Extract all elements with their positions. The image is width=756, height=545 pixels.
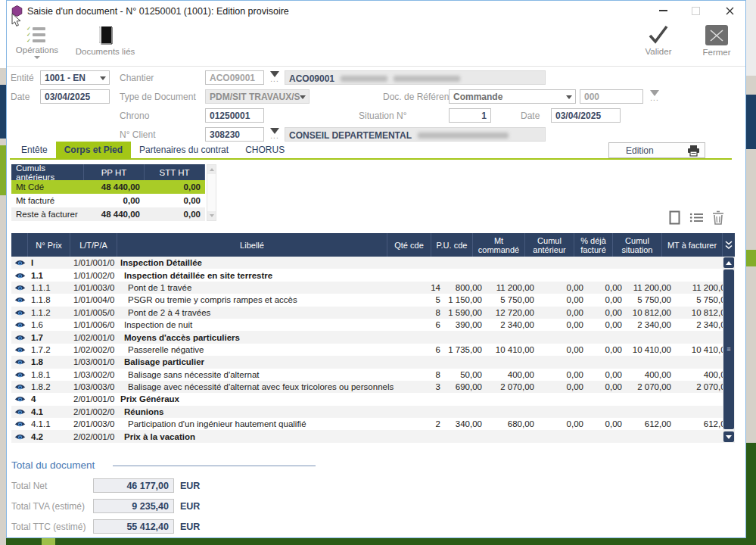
table-row[interactable]: 4.12/01/002/0Réunions (11, 406, 735, 418)
chantier-lookup-icon[interactable]: ... (268, 71, 282, 86)
cell-cs: 612,00 (625, 418, 674, 430)
entite-combo[interactable]: 1001 - EN (40, 70, 110, 85)
grid-header-ltpa[interactable]: L/T/P/A (70, 233, 117, 257)
doc-reference-label: Doc. de Référence (383, 92, 459, 102)
table-row[interactable]: 4.1.12/01/003/0Participation d'un ingéni… (11, 418, 735, 430)
scroll-up-icon[interactable] (207, 165, 216, 174)
grid-header-eye[interactable] (11, 233, 28, 257)
situation-label: Situation N° (359, 111, 407, 121)
chantier-display: ACO09001 (285, 70, 546, 85)
table-row[interactable]: 1.11/01/002/0Inspection détaillée en sit… (11, 269, 735, 281)
cell-cs: 5 750,00 (625, 294, 674, 306)
doc-reference-lookup-icon[interactable]: ... (648, 90, 661, 105)
table-row[interactable]: 1.7.21/02/002/0Passerelle négative61 735… (11, 344, 735, 356)
cell-ltpa: 2/01/003/0 (70, 418, 117, 430)
table-row[interactable]: 1.1.81/01/004/0PSGR ou tremie y compris … (11, 294, 735, 306)
cumuls-scrollbar[interactable] (207, 164, 216, 221)
date-input[interactable]: 03/04/2025 (40, 89, 110, 104)
grid-header-mt-commande[interactable]: Mt commandé (473, 233, 525, 257)
cell-qte: 6 (400, 344, 443, 356)
table-row[interactable]: 42/01/001/0Prix Généraux (11, 393, 735, 405)
cell-pct (586, 406, 625, 418)
cell-cs (625, 406, 674, 418)
doc-reference-num-input[interactable]: 000 (580, 89, 643, 104)
situation-input[interactable]: 1 (449, 108, 491, 123)
table-row[interactable]: 1.1.11/01/003/0Pont de 1 travée14800,001… (11, 282, 735, 294)
maximize-button[interactable] (683, 1, 708, 20)
chrono-input[interactable]: 01250001 (205, 108, 264, 123)
fermer-button[interactable]: Fermer (694, 25, 739, 64)
table-row[interactable]: I1/01/001/0Inspection Détaillée (11, 257, 735, 269)
table-row[interactable]: 1.81/03/001/0Balisage particulier (11, 356, 735, 368)
operations-button[interactable]: ✓ ✓ ✓ Opérations (13, 25, 61, 64)
grid-header-num-prix[interactable]: N° Prix (28, 233, 70, 257)
cell-num: I (28, 257, 70, 269)
cell-pct: 0,00 (586, 369, 625, 381)
table-row[interactable]: 1.8.21/03/003/0Balisage avec nécessité d… (11, 381, 735, 393)
totals-section-title: Total du document (11, 459, 95, 471)
cell-pu (443, 393, 485, 405)
grid-header-pu-cde[interactable]: P.U. cde (431, 233, 473, 257)
client-input[interactable]: 308230 (205, 127, 264, 142)
client-lookup-icon[interactable]: ... (268, 128, 282, 143)
grid-header-qte-cde[interactable]: Qté cde (387, 233, 431, 257)
eye-icon (11, 430, 28, 442)
table-row[interactable]: 1.1.21/01/005/0Pont de 2 à 4 travées81 5… (11, 307, 735, 319)
table-row[interactable]: 1.61/01/006/0Inspection de nuit6390,002 … (11, 319, 735, 331)
double-chevron-down-icon (725, 241, 733, 250)
cumuls-header[interactable]: STT HT (145, 164, 205, 180)
mouse-cursor (11, 13, 21, 27)
column-options-button[interactable] (723, 233, 735, 257)
cumuls-header[interactable]: PP HT (84, 164, 145, 180)
grid-scrollbar[interactable]: ≡ (723, 257, 735, 443)
tab-entete[interactable]: Entête (13, 142, 56, 158)
cell-num: 1.1.2 (28, 307, 70, 319)
cell-cs (625, 269, 674, 281)
printer-icon (687, 145, 700, 157)
cell-cs (625, 430, 674, 442)
grid-header-libelle[interactable]: Libellé (117, 233, 387, 257)
cumuls-header[interactable]: Cumuls antérieurs (11, 164, 84, 180)
cell-pct (586, 393, 625, 405)
grid-header-mt-a-facturer[interactable]: MT à facturer (662, 233, 723, 257)
delete-icon[interactable] (711, 210, 726, 225)
tab-partenaires-du-contrat[interactable]: Partenaires du contrat (131, 142, 237, 158)
chantier-input[interactable]: ACO09001 (205, 70, 264, 85)
tab-chorus[interactable]: CHORUS (237, 142, 293, 158)
cell-cs: 10 812,00 (625, 307, 674, 319)
screen: Saisie d'un document - N° 01250001 (1001… (0, 0, 756, 545)
close-button[interactable] (717, 1, 742, 20)
cell-qte: 5 (400, 294, 443, 306)
details-icon[interactable] (689, 210, 704, 225)
grid-body: I1/01/001/0Inspection Détaillée1.11/01/0… (11, 257, 735, 443)
scrollbar-thumb[interactable]: ≡ (723, 269, 734, 429)
cumuls-row-reste[interactable]: Reste à facturer 48 440,00 0,00 (11, 207, 205, 221)
scroll-up-icon[interactable] (723, 257, 734, 268)
cell-pct: 0,00 (586, 418, 625, 430)
page-icon[interactable] (667, 210, 682, 225)
grid-header-cumul-anterieur[interactable]: Cumul antérieur (525, 233, 574, 257)
grid-header-pct-deja-facture[interactable]: % déjà facturé (574, 233, 613, 257)
scroll-down-icon[interactable] (723, 431, 734, 442)
cell-cs: 400,00 (625, 369, 674, 381)
edition-button[interactable]: Edition (608, 142, 705, 158)
tab-corps-et-pied[interactable]: Corps et Pied (56, 142, 131, 158)
table-row[interactable]: 4.22/02/001/0Prix à la vacation (11, 430, 735, 442)
doc-reference-combo[interactable]: Commande (449, 89, 576, 104)
cumuls-row-mt-cde[interactable]: Mt Cdé 48 440,00 0,00 (11, 180, 205, 194)
cell-mt: 2 070,00 (485, 381, 537, 393)
valider-button[interactable]: Valider (636, 25, 680, 64)
cell-cs (625, 257, 674, 269)
grid-header-cumul-situation[interactable]: Cumul situation (613, 233, 662, 257)
situation-date-input[interactable]: 03/04/2025 (551, 108, 621, 123)
table-row[interactable]: 1.8.11/03/002/0Balisage sans nécessite d… (11, 369, 735, 381)
type-document-combo[interactable]: PDM/SIT TRAVAUX/S (205, 89, 310, 104)
table-row[interactable]: 1.71/02/001/0Moyens d'accès particuliers (11, 331, 735, 343)
cumuls-row-mt-facture[interactable]: Mt facturé 0,00 0,00 (11, 194, 205, 207)
title-bar[interactable]: Saisie d'un document - N° 01250001 (1001… (7, 1, 745, 22)
scroll-down-icon[interactable] (207, 211, 216, 220)
cell-pu (443, 406, 485, 418)
cell-qte (400, 269, 443, 281)
documents-lies-button[interactable]: Documents liés (76, 25, 134, 64)
minimize-button[interactable] (650, 1, 676, 20)
